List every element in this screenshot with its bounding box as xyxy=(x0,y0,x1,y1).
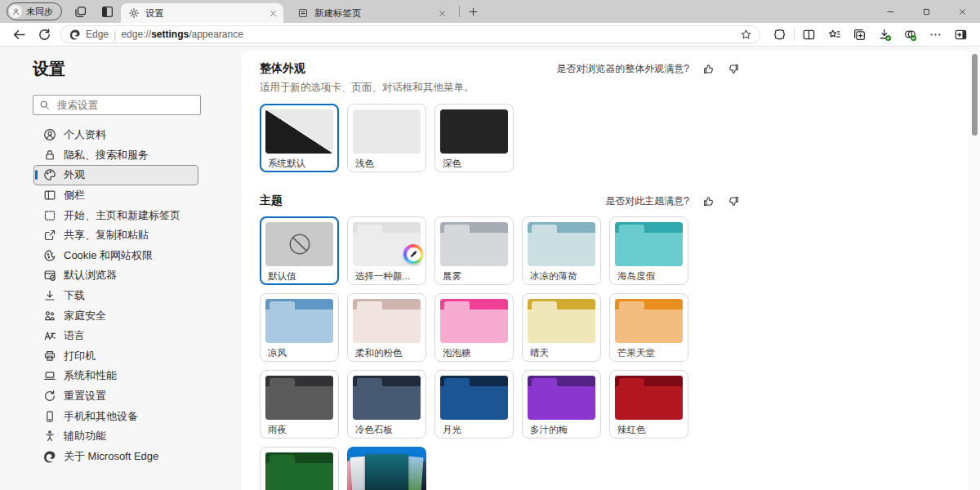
workspaces-icon[interactable] xyxy=(74,5,87,19)
theme-card[interactable]: 晴天 xyxy=(522,293,601,362)
address-bar[interactable]: Edge | edge://settings/appearance xyxy=(60,25,760,43)
profile-button[interactable]: 未同步 xyxy=(7,2,62,20)
split-icon[interactable] xyxy=(802,28,816,42)
theme-preview-fan xyxy=(347,454,426,490)
thumbs-down-icon[interactable] xyxy=(728,63,740,75)
theme-label: 月光 xyxy=(443,424,508,436)
theme-swatch xyxy=(615,376,683,420)
thumbs-up-icon[interactable] xyxy=(702,63,715,75)
sidebar-item-sidebarpanel[interactable]: 侧栏 xyxy=(33,185,198,206)
scrollbar-track[interactable] xyxy=(969,47,980,490)
theme-card[interactable]: 海岛度假 xyxy=(609,216,688,285)
theme-swatch xyxy=(265,452,333,490)
color-picker-badge[interactable] xyxy=(403,244,423,264)
theme-card[interactable]: 选择一种颜... xyxy=(347,216,426,285)
more-icon[interactable] xyxy=(929,28,942,42)
sidebar-item-profile[interactable]: 个人资料 xyxy=(33,125,198,145)
sidebar-item-edge[interactable]: 关于 Microsoft Edge xyxy=(33,447,198,467)
sidebar-item-cookie[interactable]: Cookie 和网站权限 xyxy=(33,246,198,266)
sidebar-item-home[interactable]: 开始、主页和新建标签页 xyxy=(33,205,198,225)
laptop-icon xyxy=(43,369,56,382)
sidebar-item-browsercheck[interactable]: 默认浏览器 xyxy=(33,265,198,286)
back-button[interactable] xyxy=(12,28,26,42)
theme-swatch xyxy=(265,376,333,420)
theme-card[interactable]: 芒果天堂 xyxy=(609,293,688,362)
sidebar-item-accessibility[interactable]: 辅助功能 xyxy=(33,426,198,447)
sidebar-item-download[interactable]: 下载 xyxy=(33,286,198,306)
theme-card[interactable]: 默认值 xyxy=(260,216,339,285)
sidebar-item-label: 侧栏 xyxy=(64,188,85,203)
appearance-option-label: 系统默认 xyxy=(268,158,333,170)
theme-grid: 默认值选择一种颜...晨雾冰凉的薄荷海岛度假凉风柔和的粉色泡泡糖晴天芒果天堂雨夜… xyxy=(260,216,740,490)
minimize-button[interactable] xyxy=(872,0,908,23)
tab-close-icon[interactable] xyxy=(438,9,447,18)
thumbs-down-icon[interactable] xyxy=(728,195,740,207)
theme-swatch xyxy=(440,376,508,420)
collections-icon[interactable] xyxy=(853,28,866,42)
theme-swatch-tab xyxy=(357,301,382,310)
profile-icon xyxy=(43,128,56,141)
printer-icon xyxy=(43,350,56,363)
theme-card[interactable]: 冰凉的薄荷 xyxy=(522,216,601,285)
sidetoggle-icon[interactable] xyxy=(954,28,968,42)
theme-card[interactable]: 柔和的粉色 xyxy=(347,293,426,362)
theme-card[interactable]: 多汁的梅 xyxy=(522,370,601,439)
appearance-option-card[interactable]: 浅色 xyxy=(347,104,426,172)
theme-card[interactable]: 冷色石板 xyxy=(347,370,426,439)
sidebar-item-laptop[interactable]: 系统和性能 xyxy=(33,366,198,386)
theme-swatch-tab xyxy=(619,378,644,386)
sidebar-item-label: 系统和性能 xyxy=(64,368,117,383)
sidebar-item-palette[interactable]: 外观 xyxy=(33,165,198,185)
wallet-icon[interactable] xyxy=(903,28,917,42)
theme-swatch xyxy=(615,299,683,343)
downloads-icon[interactable] xyxy=(878,28,892,42)
tab-title: 设置 xyxy=(145,7,269,20)
tab-close-icon[interactable] xyxy=(269,9,278,18)
theme-swatch xyxy=(265,222,333,266)
theme-gallery-banner[interactable] xyxy=(347,447,426,490)
sidebar-item-family[interactable]: 家庭安全 xyxy=(33,305,198,326)
sidebar-nav: 个人资料隐私、搜索和服务外观侧栏开始、主页和新建标签页共享、复制和粘贴Cooki… xyxy=(33,125,198,466)
theme-card[interactable]: 泡泡糖 xyxy=(434,293,514,362)
tab-actions-icon[interactable] xyxy=(100,5,114,19)
theme-card[interactable]: 晨雾 xyxy=(434,216,514,285)
theme-swatch-tab xyxy=(619,225,644,233)
theme-label: 选择一种颜... xyxy=(355,270,421,283)
sidebar-item-printer[interactable]: 打印机 xyxy=(33,346,198,367)
close-window-button[interactable] xyxy=(944,0,980,23)
theme-swatch-tab xyxy=(532,225,557,233)
refresh-button[interactable] xyxy=(38,28,51,42)
theme-swatch xyxy=(265,299,333,343)
tab-settings[interactable]: 设置 xyxy=(121,3,283,23)
sidebar-item-reset[interactable]: 重置设置 xyxy=(33,386,198,407)
theme-swatch-tab xyxy=(619,301,644,310)
appearance-option-card[interactable]: 深色 xyxy=(434,104,514,172)
search-settings-box[interactable] xyxy=(33,95,201,115)
essentials-icon[interactable] xyxy=(773,28,786,42)
theme-card[interactable]: 雨夜 xyxy=(260,370,339,439)
favbar-icon[interactable] xyxy=(827,28,841,42)
theme-card[interactable]: 辣红色 xyxy=(609,370,688,439)
search-input[interactable] xyxy=(56,99,194,112)
new-tab-button[interactable] xyxy=(468,7,479,17)
sidebar-item-lock[interactable]: 隐私、搜索和服务 xyxy=(33,145,198,166)
theme-swatch xyxy=(353,376,421,420)
edge-settings-window: 未同步 设置 新建标签页 Edge | edge://setti xyxy=(0,0,980,490)
maximize-button[interactable] xyxy=(908,0,944,23)
theme-swatch-tab xyxy=(444,301,470,310)
sidebar-item-phone[interactable]: 手机和其他设备 xyxy=(33,406,198,426)
scrollbar-thumb[interactable] xyxy=(972,54,978,136)
section-title-theme: 主题 xyxy=(260,194,283,208)
favorite-star-icon[interactable] xyxy=(740,29,752,41)
thumbs-up-icon[interactable] xyxy=(702,195,715,207)
theme-card[interactable] xyxy=(260,447,339,490)
sidebar-item-share[interactable]: 共享、复制和粘贴 xyxy=(33,225,198,246)
sidebar-item-language[interactable]: 语言 xyxy=(33,326,198,346)
theme-card[interactable]: 月光 xyxy=(434,370,514,439)
appearance-option-card[interactable]: 系统默认 xyxy=(260,104,339,172)
theme-card[interactable]: 凉风 xyxy=(260,293,339,362)
theme-swatch-tab xyxy=(357,378,382,386)
tab-new-tab-page[interactable]: 新建标签页 xyxy=(290,3,452,23)
theme-swatch xyxy=(440,299,508,343)
theme-label: 晴天 xyxy=(530,347,595,359)
